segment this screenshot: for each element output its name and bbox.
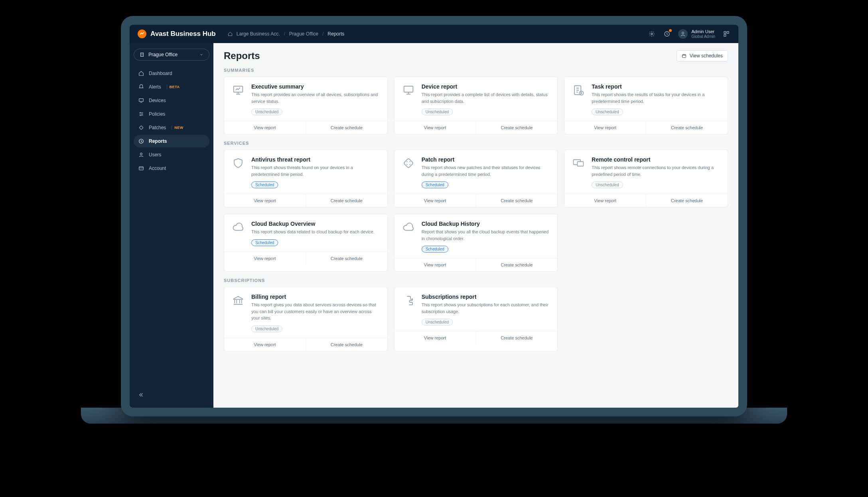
svg-rect-26 [578,162,584,166]
view-report-button[interactable]: View report [224,194,306,207]
card-description: This report shows new patches and their … [422,164,550,178]
status-badge: Unscheduled [251,325,282,332]
svg-rect-11 [139,126,143,130]
svg-rect-17 [404,86,413,92]
svg-point-21 [406,161,408,162]
create-schedule-button[interactable]: Create schedule [306,194,387,207]
bell-icon [138,84,144,90]
report-card-device: Device report This report provides a com… [394,77,558,134]
user-role: Global Admin [692,34,715,39]
report-card-task: Task report This report shows the result… [564,77,728,134]
svg-rect-4 [727,32,729,34]
bank-icon [231,294,245,307]
view-report-button[interactable]: View report [564,121,646,134]
monitor-icon [402,83,415,97]
card-title: Device report [422,83,550,90]
breadcrumb-item[interactable]: Reports [327,31,344,37]
building-icon [140,52,144,57]
page-title: Reports [224,50,260,61]
report-card-billing: Billing report This report gives you dat… [224,287,388,351]
home-icon [138,71,144,76]
report-card-remote: Remote control report This report shows … [564,150,728,207]
settings-icon[interactable] [648,30,656,38]
user-menu[interactable]: Admin User Global Admin [678,29,715,39]
svg-rect-20 [403,158,413,168]
create-schedule-button[interactable]: Create schedule [476,121,558,134]
button-label: View schedules [690,53,723,59]
org-selector[interactable]: Prague Office [134,49,209,61]
beta-badge: BETA [167,85,182,89]
notifications-icon[interactable] [663,30,671,38]
status-badge: Scheduled [251,239,278,246]
sidebar-item-label: Policies [149,111,165,117]
svg-point-23 [406,164,408,166]
org-name: Prague Office [148,52,178,57]
card-description: Report that shows you all the cloud back… [422,229,550,242]
sidebar-item-dashboard[interactable]: Dashboard [134,67,209,80]
sidebar-item-label: Reports [149,138,167,144]
svg-point-24 [409,164,410,166]
breadcrumb-item[interactable]: Prague Office [289,31,318,37]
status-badge: Unscheduled [251,108,282,115]
card-title: Antivirus threat report [251,156,380,163]
patch-icon [402,156,415,170]
section-title-summaries: SUMMARIES [224,68,728,73]
view-report-button[interactable]: View report [395,121,476,134]
sidebar-item-alerts[interactable]: Alerts BETA [134,81,209,93]
view-report-button[interactable]: View report [395,194,476,207]
report-card-backup-overview: Cloud Backup Overview This report shows … [224,214,388,272]
view-schedules-button[interactable]: View schedules [677,50,728,61]
card-title: Billing report [251,294,380,300]
sidebar-item-label: Account [149,166,166,171]
sidebar-item-devices[interactable]: Devices [134,94,209,107]
card-description: This report shows the results of tasks f… [592,91,720,105]
svg-point-8 [140,112,141,113]
breadcrumb: Large Business Acc. / Prague Office / Re… [228,31,345,37]
view-report-button[interactable]: View report [395,331,476,344]
report-card-subscriptions: Subscriptions report This report shows y… [394,287,558,351]
sidebar-item-label: Devices [149,98,166,103]
view-report-button[interactable]: View report [224,252,306,265]
card-description: This report shows threats found on your … [251,164,380,178]
status-badge: Unscheduled [592,181,623,188]
create-schedule-button[interactable]: Create schedule [306,338,387,351]
create-schedule-button[interactable]: Create schedule [476,194,558,207]
sidebar-item-label: Patches [149,125,166,130]
home-icon[interactable] [228,32,233,36]
topbar: Avast Business Hub Large Business Acc. /… [130,25,738,43]
create-schedule-button[interactable]: Create schedule [476,258,558,271]
create-schedule-button[interactable]: Create schedule [646,194,728,207]
user-name: Admin User [692,29,715,34]
brand: Avast Business Hub [138,30,216,38]
svg-point-13 [140,153,142,155]
shield-icon [231,156,245,170]
sidebar-item-reports[interactable]: Reports [134,135,209,148]
sidebar-item-policies[interactable]: Policies [134,108,209,120]
card-title: Task report [592,83,720,90]
sidebar-item-users[interactable]: Users [134,148,209,161]
puzzle-icon [402,294,415,307]
presentation-icon [231,83,245,97]
svg-rect-15 [682,55,686,58]
collapse-sidebar-button[interactable] [138,392,144,398]
view-report-button[interactable]: View report [395,258,476,271]
create-schedule-button[interactable]: Create schedule [646,121,728,134]
view-report-button[interactable]: View report [564,194,646,207]
create-schedule-button[interactable]: Create schedule [476,331,558,344]
main-content: Reports View schedules SUMMARIES [213,43,738,408]
sidebar-item-patches[interactable]: Patches NEW [134,121,209,134]
view-report-button[interactable]: View report [224,121,306,134]
svg-point-9 [142,114,142,114]
status-badge: Unscheduled [422,319,453,325]
status-badge: Scheduled [251,181,278,188]
svg-point-0 [651,33,653,35]
sidebar-item-account[interactable]: Account [134,162,209,175]
breadcrumb-item[interactable]: Large Business Acc. [237,31,280,37]
create-schedule-button[interactable]: Create schedule [306,252,387,265]
view-report-button[interactable]: View report [224,338,306,351]
apps-icon[interactable] [722,30,730,38]
status-badge: Scheduled [422,246,448,252]
create-schedule-button[interactable]: Create schedule [306,121,387,134]
brand-logo-icon [138,30,146,38]
report-card-executive-summary: Executive summary This report provides a… [224,77,388,134]
